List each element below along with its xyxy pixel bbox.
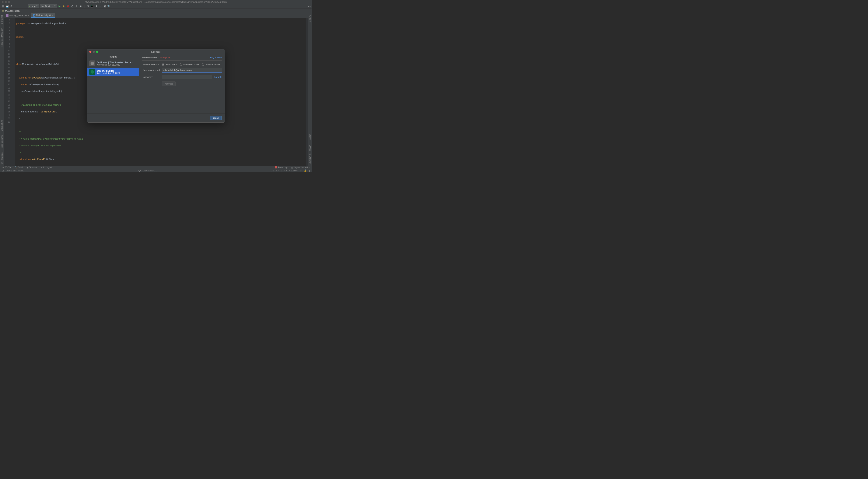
xml-file-icon bbox=[6, 14, 8, 17]
attach-debugger-icon[interactable]: ⏸ bbox=[75, 4, 78, 8]
line-number: 12 bbox=[4, 56, 10, 59]
line-number: 20 bbox=[4, 83, 10, 86]
project-structure-icon[interactable]: ☰ bbox=[99, 4, 102, 8]
build-variants-tool-button[interactable]: Build Variants bbox=[0, 133, 4, 150]
gradle-tool-button[interactable]: Gradle bbox=[309, 13, 312, 24]
close-button[interactable]: Close bbox=[210, 116, 222, 120]
line-number: 10 bbox=[4, 49, 10, 52]
close-window-icon[interactable] bbox=[2, 1, 4, 3]
layout-inspector-tool-button[interactable]: ▧ Layout Inspector bbox=[291, 166, 310, 169]
zoom-window-icon[interactable] bbox=[8, 1, 10, 3]
resource-manager-tool-button[interactable]: Resource Manager bbox=[0, 26, 4, 49]
radio-icon bbox=[202, 63, 204, 66]
dialog-titlebar[interactable]: Licenses bbox=[87, 50, 225, 54]
save-icon[interactable]: 💾 bbox=[5, 4, 9, 8]
tab-main-activity-kt[interactable]: MainActivity.kt × bbox=[31, 13, 55, 18]
run-anything-icon[interactable]: ▣ bbox=[103, 4, 106, 8]
dialog-traffic-lights bbox=[87, 51, 98, 53]
minimize-window-icon[interactable] bbox=[5, 1, 7, 3]
password-input[interactable] bbox=[162, 75, 212, 79]
password-row: Password: Forgot? bbox=[142, 75, 222, 79]
read-only-icon[interactable]: 🔓 bbox=[304, 170, 307, 172]
back-icon[interactable]: ← bbox=[17, 4, 20, 8]
event-log-tool-button[interactable]: 1 Event Log bbox=[275, 166, 287, 169]
favorites-tool-button[interactable]: 2: Favorites bbox=[0, 150, 4, 166]
logcat-tool-button[interactable]: ≡ 6: Logcat bbox=[41, 166, 52, 169]
tool-window-quick-access-icon[interactable]: ▢ bbox=[2, 170, 4, 172]
indent-setting[interactable]: 4 spaces bbox=[289, 170, 298, 172]
zoom-dialog-icon[interactable] bbox=[96, 51, 98, 53]
line-number: 8 bbox=[4, 42, 10, 46]
username-input[interactable] bbox=[162, 68, 222, 72]
forward-icon[interactable]: → bbox=[21, 4, 24, 8]
separator bbox=[84, 5, 85, 8]
sync-gradle-icon[interactable]: ⟲ bbox=[86, 4, 90, 8]
memory-indicator-icon[interactable]: ◐ bbox=[309, 170, 311, 172]
avd-manager-icon[interactable]: 📱 bbox=[90, 4, 94, 8]
run-config-label: app bbox=[32, 5, 35, 7]
activate-button[interactable]: Activate bbox=[162, 82, 176, 86]
line-number: 5 bbox=[4, 32, 10, 35]
close-dialog-icon[interactable] bbox=[89, 51, 91, 53]
build-tool-button[interactable]: 🔨 Build bbox=[14, 166, 23, 169]
plugin-status: Active until Apr 17, 2020 bbox=[97, 72, 120, 74]
terminal-tool-button[interactable]: ▣ Terminal bbox=[27, 166, 37, 169]
fold-column[interactable] bbox=[12, 18, 15, 166]
todo-tool-button[interactable]: ≡ TODO bbox=[3, 166, 11, 169]
folder-icon bbox=[2, 9, 4, 12]
line-number: 28 bbox=[4, 110, 10, 113]
run-icon[interactable]: ▶ bbox=[58, 4, 61, 8]
separator bbox=[15, 5, 15, 8]
file-encoding[interactable]: UTF-8 bbox=[281, 170, 287, 172]
stop-icon[interactable]: ■ bbox=[79, 4, 83, 8]
device-file-explorer-tool-button[interactable]: Device File Explorer bbox=[309, 143, 312, 166]
kotlin-file-icon bbox=[33, 14, 35, 17]
open-file-icon[interactable]: ▤ bbox=[1, 4, 5, 8]
profile-icon[interactable]: ◔ bbox=[71, 4, 74, 8]
line-separator[interactable]: LF bbox=[276, 170, 279, 172]
device-select[interactable]: No Devices▾ bbox=[40, 4, 57, 8]
inspections-icon[interactable]: ☺ bbox=[300, 170, 302, 172]
tab-activity-main-xml[interactable]: activity_main.xml × bbox=[4, 13, 31, 18]
debug-icon[interactable]: 🐞 bbox=[66, 4, 70, 8]
main-toolbar: ▤ 💾 ⟳ ← → ▸app▾ No Devices▾ ▶ ⚡ 🐞 ◔ ⏸ ■ … bbox=[0, 4, 312, 8]
radio-activation-code[interactable]: Activation code bbox=[180, 63, 199, 66]
radio-icon bbox=[180, 63, 182, 66]
line-number: 6 bbox=[4, 35, 10, 39]
days-left: 30 days left. bbox=[159, 56, 172, 59]
plugin-text: OpenAPI Editor Active until Apr 17, 2020 bbox=[97, 69, 120, 74]
error-stripe[interactable] bbox=[306, 18, 308, 166]
forgot-password-link[interactable]: Forgot? bbox=[214, 76, 222, 78]
separator bbox=[26, 5, 26, 8]
plugin-icon bbox=[89, 60, 95, 66]
line-number: 4 bbox=[4, 28, 10, 32]
line-number-gutter[interactable]: 1 2 3 4 5 6 7 8 9 10 11 12 13 14 15 16 1… bbox=[4, 18, 12, 166]
username-row: Username / email: bbox=[142, 68, 222, 72]
password-label: Password: bbox=[142, 76, 162, 78]
line-number: 7 bbox=[4, 39, 10, 42]
plugins-section-header: Plugins bbox=[87, 54, 139, 59]
project-tool-button[interactable]: 1: Project bbox=[0, 13, 4, 26]
run-config-select[interactable]: ▸app▾ bbox=[28, 4, 39, 8]
radio-license-server[interactable]: License server bbox=[202, 63, 220, 66]
presentation-mode-icon[interactable]: ▭ bbox=[308, 4, 311, 8]
plugin-item-jetforcer[interactable]: JetForcer | The Smartest Force.com I... … bbox=[87, 59, 139, 68]
search-everywhere-icon[interactable]: 🔍 bbox=[107, 4, 111, 8]
sdk-manager-icon[interactable]: ⬇ bbox=[95, 4, 98, 8]
dialog-footer: Close bbox=[87, 113, 225, 122]
plugin-item-openapi-editor[interactable]: OpenAPI Editor Active until Apr 17, 2020 bbox=[87, 68, 139, 76]
refresh-icon[interactable]: ⟳ bbox=[10, 4, 13, 8]
line-number: 1 bbox=[4, 18, 10, 22]
apply-changes-icon[interactable]: ⚡ bbox=[62, 4, 66, 8]
radio-jb-account[interactable]: JB Account bbox=[162, 63, 177, 66]
evaluation-status: Free evaluation: 30 days left. bbox=[142, 56, 172, 59]
close-tab-icon[interactable]: × bbox=[52, 14, 53, 17]
breadcrumb-project[interactable]: MyApplication bbox=[5, 9, 20, 12]
background-task[interactable]: Gradle: Build... bbox=[143, 170, 157, 172]
structure-tool-button[interactable]: 7: Structure bbox=[0, 118, 4, 133]
close-tab-icon[interactable]: × bbox=[28, 14, 29, 17]
viewer-tool-button[interactable]: Viewer bbox=[309, 132, 312, 142]
bottom-tool-tabs: ≡ TODO 🔨 Build ▣ Terminal ≡ 6: Logcat 1 … bbox=[0, 166, 312, 169]
buy-license-link[interactable]: Buy license bbox=[210, 56, 222, 59]
caret-position[interactable]: 1:1 bbox=[271, 170, 274, 172]
